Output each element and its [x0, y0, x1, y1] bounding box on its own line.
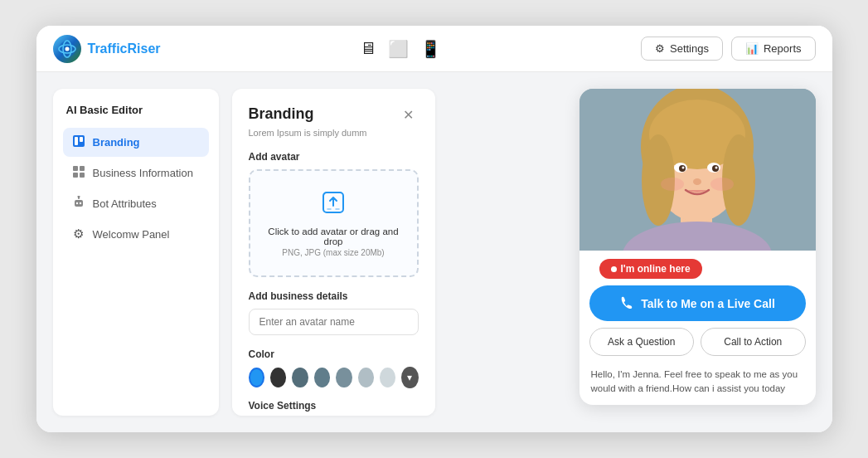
gear-icon: ⚙ — [655, 42, 665, 55]
color-row: ▾ — [249, 367, 419, 388]
bot-preview-card: I'm online here Talk to Me on a Live Cal… — [579, 89, 816, 405]
call-to-action-label: Call to Action — [724, 336, 782, 348]
close-button[interactable]: ✕ — [398, 105, 419, 124]
online-badge: I'm online here — [599, 259, 702, 279]
call-to-action-button[interactable]: Call to Action — [701, 328, 806, 356]
live-call-button[interactable]: Talk to Me on a Live Call — [589, 285, 806, 321]
ask-question-button[interactable]: Ask a Question — [589, 328, 695, 356]
avatar-name-input[interactable] — [249, 309, 419, 335]
sidebar-item-business[interactable]: Business Information — [63, 158, 209, 188]
svg-rect-11 — [75, 200, 83, 207]
sidebar-item-bot-attributes[interactable]: Bot Attributes — [63, 189, 209, 218]
dropzone-hint: PNG, JPG (max size 20Mb) — [260, 248, 407, 257]
svg-rect-7 — [73, 166, 78, 171]
color-lightest-gray[interactable] — [380, 368, 395, 387]
svg-point-33 — [710, 178, 734, 191]
dropzone-text: Click to add avatar or drag and drop — [260, 227, 407, 246]
upload-icon — [260, 189, 407, 222]
branding-title: Branding — [249, 105, 314, 123]
color-black[interactable] — [270, 368, 286, 387]
branding-subtitle: Lorem Ipsum is simply dumm — [249, 128, 419, 138]
device-icons: 🖥 ⬜ 📱 — [360, 39, 441, 59]
reports-label: Reports — [764, 42, 802, 55]
chart-icon: 📊 — [745, 42, 759, 55]
main-content: AI Basic Editor Branding Business Inform… — [36, 72, 832, 432]
voice-settings-section: Voice Settings — [249, 400, 419, 412]
panel-header: Branding ✕ — [249, 105, 419, 124]
color-blue-gray[interactable] — [314, 368, 330, 387]
svg-rect-9 — [73, 173, 78, 178]
svg-rect-10 — [80, 173, 85, 178]
avatar-dropzone[interactable]: Click to add avatar or drag and drop PNG… — [249, 169, 419, 277]
color-label: Color — [249, 348, 419, 360]
color-medium-gray[interactable] — [336, 368, 352, 387]
bot-avatar-image — [579, 89, 816, 251]
logo-icon — [53, 35, 81, 63]
sidebar-item-label: Welcomw Panel — [93, 228, 170, 241]
sidebar-title: AI Basic Editor — [63, 104, 209, 116]
svg-rect-6 — [80, 137, 83, 142]
color-dark-gray[interactable] — [292, 368, 308, 387]
bot-icon — [71, 196, 86, 212]
branding-icon — [71, 134, 86, 150]
svg-rect-8 — [80, 166, 85, 171]
logo-text: TrafficRiser — [88, 41, 161, 56]
branding-panel: Branding ✕ Lorem Ipsum is simply dumm Ad… — [232, 89, 435, 416]
left-panel: AI Basic Editor Branding Business Inform… — [53, 89, 219, 416]
svg-point-3 — [65, 46, 69, 51]
ask-question-label: Ask a Question — [608, 336, 675, 348]
voice-settings-label: Voice Settings — [249, 400, 419, 412]
header-actions: ⚙ Settings 📊 Reports — [641, 37, 816, 61]
color-blue[interactable] — [249, 368, 264, 387]
sidebar-item-label: Bot Attributes — [93, 197, 157, 210]
tablet-icon[interactable]: ⬜ — [388, 39, 409, 59]
add-avatar-label: Add avatar — [249, 151, 419, 163]
svg-point-13 — [79, 202, 80, 204]
business-icon — [71, 165, 86, 181]
live-call-label: Talk to Me on a Live Call — [641, 297, 775, 310]
settings-icon: ⚙ — [71, 227, 86, 241]
svg-point-28 — [681, 167, 684, 169]
color-dropdown-button[interactable]: ▾ — [401, 367, 418, 388]
svg-point-12 — [75, 202, 77, 204]
settings-button[interactable]: ⚙ Settings — [641, 37, 723, 61]
header: TrafficRiser 🖥 ⬜ 📱 ⚙ Settings 📊 Reports — [36, 26, 832, 72]
sidebar-item-label: Branding — [93, 136, 140, 149]
reports-button[interactable]: 📊 Reports — [731, 37, 816, 61]
sidebar-item-branding[interactable]: Branding — [63, 128, 209, 157]
desktop-icon[interactable]: 🖥 — [360, 39, 376, 58]
svg-point-15 — [77, 196, 80, 198]
sidebar-item-welcome-panel[interactable]: ⚙ Welcomw Panel — [63, 220, 209, 248]
online-badge-text: I'm online here — [621, 263, 691, 275]
svg-point-30 — [693, 178, 701, 185]
settings-label: Settings — [670, 42, 709, 55]
sidebar-item-label: Business Information — [93, 167, 193, 179]
svg-rect-5 — [75, 137, 78, 145]
phone-icon — [619, 295, 634, 312]
cta-row: Ask a Question Call to Action — [589, 328, 806, 356]
mobile-icon[interactable]: 📱 — [420, 39, 441, 59]
svg-point-29 — [715, 167, 717, 169]
online-dot — [611, 266, 617, 272]
business-details-label: Add business details — [249, 290, 419, 302]
svg-point-32 — [661, 178, 684, 191]
chat-preview-text: Hello, I'm Jenna. Feel free to speak to … — [579, 364, 816, 405]
color-light-gray[interactable] — [358, 368, 374, 387]
right-panel: I'm online here Talk to Me on a Live Cal… — [449, 89, 816, 416]
logo-area: TrafficRiser — [53, 35, 161, 63]
app-window: TrafficRiser 🖥 ⬜ 📱 ⚙ Settings 📊 Reports … — [36, 26, 832, 432]
